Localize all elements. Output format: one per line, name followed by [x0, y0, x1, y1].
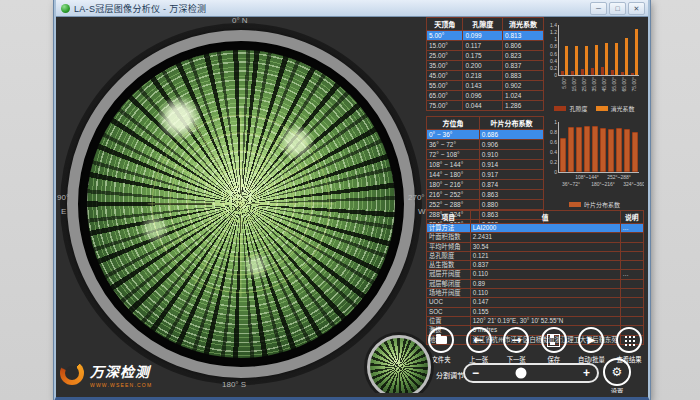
- table-cell: 36° ~ 72°: [427, 140, 480, 150]
- table-cell: 0.880: [479, 200, 543, 210]
- table-row[interactable]: 冠层开阔度0.110…: [427, 270, 644, 279]
- logo-title: 万深检测: [90, 361, 152, 381]
- table-cell: 0.863: [479, 190, 543, 200]
- column-header: 方位角: [427, 117, 480, 130]
- table-row[interactable]: 位置120° 21' 0.19"E, 30° 10' 52.55"N: [427, 316, 644, 325]
- table-cell: 65.00°: [427, 91, 463, 101]
- column-header: 说明: [620, 211, 643, 224]
- close-button[interactable]: ✕: [628, 2, 645, 15]
- wanshen-logo: 万深检测 WWW.WSEEN.COM: [60, 361, 152, 388]
- table-cell: 15.00°: [427, 41, 463, 51]
- y-axis-tick: 0.2: [545, 65, 557, 71]
- table-row[interactable]: 72° ~ 108°0.910: [427, 150, 544, 160]
- arrow-right-icon: →: [511, 334, 521, 346]
- grid-icon: [623, 334, 635, 346]
- table-cell: 0.110: [470, 270, 620, 279]
- table-row[interactable]: 216° ~ 252°0.863: [427, 190, 544, 200]
- table-row[interactable]: UOC0.147: [427, 298, 644, 307]
- table-cell: 108° ~ 144°: [427, 160, 480, 170]
- table-cell: 25.00°: [427, 51, 463, 61]
- slider-minus-button[interactable]: −: [472, 367, 479, 379]
- table-cell: 0.218: [463, 71, 503, 81]
- x-axis-label: 25.00°: [581, 77, 587, 92]
- bar-叶片分布系数-7: [616, 128, 622, 172]
- table-row[interactable]: 场地开阔度0.110: [427, 289, 644, 298]
- compass-east-degrees: 90°: [57, 193, 69, 202]
- y-axis-tick: 1.4: [545, 22, 557, 28]
- table-row[interactable]: 35.00°0.2000.837: [427, 61, 544, 71]
- table-row[interactable]: 36° ~ 72°0.906: [427, 140, 544, 150]
- table-cell: 72° ~ 108°: [427, 150, 480, 160]
- table-row[interactable]: 65.00°0.0961.024: [427, 91, 544, 101]
- porosity-extinction-chart: 00.20.40.60.811.21.45.00°15.00°25.00°35.…: [545, 17, 644, 113]
- maximize-button[interactable]: □: [609, 2, 626, 15]
- table-row[interactable]: 108° ~ 144°0.914: [427, 160, 544, 170]
- table-cell: 0.917: [479, 170, 543, 180]
- x-axis-label: 36°~72°: [562, 181, 580, 187]
- table-cell: …: [620, 224, 643, 233]
- table-row[interactable]: 15.00°0.1170.806: [427, 41, 544, 51]
- table-cell: 252° ~ 288°: [427, 200, 480, 210]
- table-cell: 冠层开阔度: [427, 270, 471, 279]
- table-row[interactable]: SOC0.155: [427, 307, 644, 316]
- table-row[interactable]: 144° ~ 180°0.917: [427, 170, 544, 180]
- logo-subtitle: WWW.WSEEN.COM: [90, 382, 152, 388]
- table-cell: UOC: [427, 298, 471, 307]
- table-row[interactable]: 180° ~ 216°0.874: [427, 180, 544, 190]
- thumbnail-preview[interactable]: [367, 335, 431, 393]
- save-button[interactable]: 保存: [537, 327, 571, 364]
- table-row[interactable]: 45.00°0.2180.883: [427, 71, 544, 81]
- app-icon: [61, 4, 70, 13]
- table-cell: 总孔隙度: [427, 251, 471, 260]
- slider-knob[interactable]: [515, 368, 526, 379]
- desktop: LA-S冠层图像分析仪 - 万深检测 ─ □ ✕: [0, 0, 700, 400]
- table-row[interactable]: 叶面积指数2.2431: [427, 233, 644, 242]
- y-axis-tick: 1.2: [545, 29, 557, 35]
- table-row[interactable]: 丛生指数0.837: [427, 261, 644, 270]
- table-cell: 0.121: [470, 251, 620, 260]
- canopy-image[interactable]: [87, 50, 395, 358]
- table-row[interactable]: 0° ~ 36°0.686: [427, 130, 544, 140]
- bar-孔隙度-1: [571, 71, 574, 75]
- table-row[interactable]: 25.00°0.1750.823: [427, 51, 544, 61]
- minimize-button[interactable]: ─: [590, 2, 607, 15]
- slider-plus-button[interactable]: +: [583, 367, 590, 379]
- table-cell: 0.200: [463, 61, 503, 71]
- bar-孔隙度-2: [581, 69, 584, 75]
- x-axis-label: 45.00°: [601, 77, 607, 92]
- table-cell: 0.096: [463, 91, 503, 101]
- table-cell: 0.117: [463, 41, 503, 51]
- table-row[interactable]: 平均叶倾角30.54: [427, 242, 644, 251]
- table-row[interactable]: 75.00°0.0441.286: [427, 101, 544, 111]
- parameters-panel: 项目值说明计算方法LAI2000…叶面积指数2.2431平均叶倾角30.54总孔…: [426, 210, 644, 345]
- table-row[interactable]: 5.00°0.0990.813: [427, 31, 544, 41]
- table-cell: 场地开阔度: [427, 289, 471, 298]
- table-cell: [620, 261, 643, 270]
- table-cell: 冠层郁闭度: [427, 279, 471, 288]
- zenith-table: 天顶角孔隙度消光系数5.00°0.0990.81315.00°0.1170.80…: [426, 17, 544, 111]
- folder-label: 文件夹: [432, 355, 451, 364]
- fisheye-lens: [60, 23, 422, 385]
- table-cell: 35.00°: [427, 61, 463, 71]
- table-cell: [620, 316, 643, 325]
- prev-button[interactable]: ←上一张: [462, 327, 496, 364]
- table-cell: 75.00°: [427, 101, 463, 111]
- slider-track[interactable]: [479, 365, 583, 381]
- polar-grid-overlay: [130, 93, 352, 315]
- table-row[interactable]: 55.00°0.1430.902: [427, 81, 544, 91]
- segmentation-slider[interactable]: − +: [463, 363, 599, 383]
- table-row[interactable]: 总孔隙度0.121: [427, 251, 644, 260]
- table-cell: 2.2431: [470, 233, 620, 242]
- table-cell: 0.89: [470, 279, 620, 288]
- table-cell: 0.910: [479, 150, 543, 160]
- bar-消光系数-1: [575, 46, 578, 75]
- table-cell: 0.902: [502, 81, 543, 91]
- next-button[interactable]: →下一张: [499, 327, 533, 364]
- y-axis-tick: 0.2: [545, 159, 557, 165]
- table-row[interactable]: 252° ~ 288°0.880: [427, 200, 544, 210]
- titlebar[interactable]: LA-S冠层图像分析仪 - 万深检测 ─ □ ✕: [56, 0, 648, 17]
- settings-button[interactable]: ⚙ 设置: [603, 358, 631, 393]
- table-row[interactable]: 计算方法LAI2000…: [427, 224, 644, 233]
- bar-消光系数-6: [625, 38, 628, 75]
- table-row[interactable]: 冠层郁闭度0.89: [427, 279, 644, 288]
